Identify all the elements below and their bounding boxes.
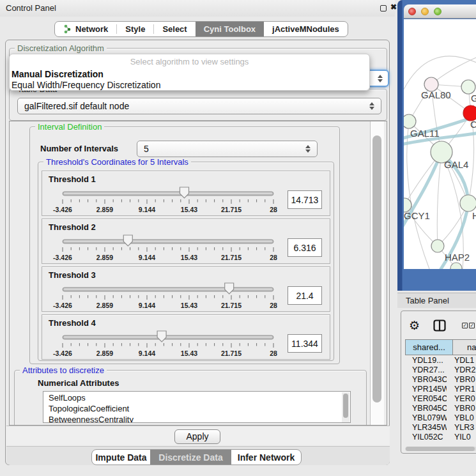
threshold-label: Threshold 3 bbox=[49, 270, 96, 280]
svg-text:21.715: 21.715 bbox=[221, 349, 242, 357]
thresholds-group-title: Threshold's Coordinates for 5 Intervals bbox=[43, 157, 191, 167]
split-column-icon[interactable] bbox=[433, 319, 446, 334]
close-icon[interactable]: ✖ bbox=[390, 3, 397, 12]
network-view-window: GAL80GCGAL11GAL4GCY1HHAP2 bbox=[397, 0, 476, 291]
network-node-label: HAP2 bbox=[445, 252, 470, 263]
tab-select[interactable]: Select bbox=[154, 22, 195, 36]
algorithm-dropdown-popup: Select algorithm to view settings Manual… bbox=[9, 54, 370, 91]
threshold-panel: Threshold 1-3.4262.8599.14415.4321.71528… bbox=[42, 171, 330, 216]
column-header-shared-name[interactable]: shared... bbox=[405, 339, 453, 355]
table-row[interactable]: YBL079WYBL0 bbox=[405, 413, 476, 422]
dropdown-placeholder: Select algorithm to view settings bbox=[10, 57, 369, 68]
svg-text:9.144: 9.144 bbox=[139, 349, 155, 357]
settings-vertical-scrollbar[interactable] bbox=[370, 121, 384, 426]
table-horizontal-scrollbar[interactable] bbox=[405, 447, 476, 451]
table-panel-titlebar: Table Panel bbox=[397, 293, 476, 308]
table-row[interactable]: YIL052CYIL0 bbox=[405, 432, 476, 441]
scrollbar-thumb[interactable] bbox=[372, 135, 381, 403]
table-data-combo-value: galFiltered.sif default node bbox=[24, 101, 369, 111]
select-columns-checkboxes-icon[interactable]: ✓ ✓ bbox=[462, 323, 475, 328]
table-row[interactable]: YLR345WYLR3 bbox=[405, 422, 476, 432]
float-window-icon[interactable] bbox=[380, 5, 387, 12]
dropdown-option-manual-discretization[interactable]: Manual Discretization bbox=[10, 68, 369, 79]
attribute-list-item[interactable]: BetweennessCentrality bbox=[43, 413, 350, 423]
network-node-label: GAL4 bbox=[444, 159, 468, 170]
network-node-label: G bbox=[471, 93, 476, 104]
svg-text:2.859: 2.859 bbox=[96, 302, 113, 309]
threshold-slider[interactable]: -3.4262.8599.14415.4321.71528 bbox=[50, 281, 288, 313]
network-canvas[interactable]: GAL80GCGAL11GAL4GCY1HHAP2 bbox=[404, 19, 476, 269]
tab-network-label: Network bbox=[75, 24, 108, 34]
scrollbar-thumb[interactable] bbox=[343, 394, 348, 418]
cell-name: YPR1 bbox=[447, 385, 476, 394]
table-header-row: shared... na bbox=[405, 339, 476, 355]
settings-gear-icon[interactable]: ⚙ bbox=[409, 318, 420, 333]
threshold-slider[interactable]: -3.4262.8599.14415.4321.71528 bbox=[50, 233, 288, 265]
number-of-intervals-combo[interactable]: 5 bbox=[137, 141, 318, 157]
scrollbar-thumb[interactable] bbox=[406, 447, 475, 451]
cell-shared-name: YDR27... bbox=[405, 365, 447, 374]
cell-name: YER0 bbox=[447, 394, 476, 403]
threshold-value-field[interactable]: 11.344 bbox=[288, 334, 322, 353]
threshold-panel: Threshold 4-3.4262.8599.14415.4321.71528… bbox=[42, 314, 330, 360]
attributes-group-title: Attributes to discretize bbox=[20, 365, 107, 375]
zoom-traffic-light-icon[interactable] bbox=[434, 8, 441, 15]
network-node-label: C bbox=[470, 119, 476, 130]
tab-network[interactable]: Network bbox=[55, 22, 116, 36]
attributes-list-scrollbar[interactable] bbox=[342, 392, 349, 423]
close-traffic-light-icon[interactable] bbox=[408, 8, 416, 15]
attribute-list-item[interactable]: TopologicalCoefficient bbox=[43, 403, 350, 413]
column-header-name[interactable]: na bbox=[453, 339, 476, 355]
threshold-value-field[interactable]: 14.713 bbox=[288, 190, 322, 209]
table-row[interactable]: YBR045CYBR0 bbox=[405, 403, 476, 413]
table-row[interactable]: YDL19...YDL1 bbox=[405, 355, 476, 365]
table-data-group: Table Data galFiltered.sif default node bbox=[9, 89, 387, 121]
table-panel-toolbar: ⚙ ✓ ✓ bbox=[401, 318, 476, 335]
svg-text:-3.426: -3.426 bbox=[53, 206, 72, 213]
control-panel-titlebar: Control Panel ✖ bbox=[0, 0, 395, 17]
network-node bbox=[431, 240, 444, 252]
svg-text:21.715: 21.715 bbox=[221, 254, 242, 261]
threshold-panel: Threshold 2-3.4262.8599.14415.4321.71528… bbox=[42, 219, 330, 264]
threshold-value-field[interactable]: 6.316 bbox=[288, 238, 322, 257]
tab-style[interactable]: Style bbox=[117, 22, 153, 36]
numerical-attributes-label: Numerical Attributes bbox=[38, 378, 119, 388]
svg-text:2.859: 2.859 bbox=[96, 206, 113, 213]
svg-text:2.859: 2.859 bbox=[96, 254, 113, 261]
table-data-combo[interactable]: galFiltered.sif default node bbox=[17, 98, 381, 114]
cell-name: YLR3 bbox=[447, 423, 476, 432]
tab-jactivemnodules[interactable]: jActiveMNodules bbox=[264, 22, 348, 36]
network-node bbox=[404, 114, 416, 128]
network-node bbox=[460, 195, 476, 211]
svg-text:-3.426: -3.426 bbox=[53, 254, 72, 261]
table-row[interactable]: YBR043CYBR0 bbox=[405, 374, 476, 384]
table-row[interactable]: YER054CYER0 bbox=[405, 394, 476, 403]
tab-discretize-data[interactable]: Discretize Data bbox=[150, 450, 231, 464]
cell-name: YDR2 bbox=[447, 365, 476, 374]
attribute-list-item[interactable]: SelfLoops bbox=[43, 392, 350, 403]
table-row[interactable]: YDR27...YDR2 bbox=[405, 365, 476, 374]
network-node-label: GAL11 bbox=[410, 128, 440, 139]
minimize-traffic-light-icon[interactable] bbox=[421, 8, 429, 15]
network-graph-svg: GAL80GCGAL11GAL4GCY1HHAP2 bbox=[404, 19, 476, 269]
thresholds-group: Threshold's Coordinates for 5 Intervals … bbox=[38, 162, 334, 361]
threshold-slider[interactable]: -3.4262.8599.14415.4321.71528 bbox=[50, 329, 288, 361]
numerical-attributes-list[interactable]: SelfLoopsTopologicalCoefficientBetweenne… bbox=[43, 391, 351, 423]
threshold-slider[interactable]: -3.4262.8599.14415.4321.71528 bbox=[50, 185, 288, 217]
apply-button[interactable]: Apply bbox=[174, 429, 220, 444]
threshold-value-field[interactable]: 21.4 bbox=[288, 286, 322, 305]
tab-select-label: Select bbox=[162, 24, 187, 34]
tab-impute-data[interactable]: Impute Data bbox=[92, 450, 150, 464]
svg-text:15.43: 15.43 bbox=[181, 302, 197, 309]
cell-shared-name: YIL052C bbox=[405, 433, 447, 441]
tab-cyni-toolbox[interactable]: Cyni Toolbox bbox=[196, 22, 264, 36]
network-node-label: GAL80 bbox=[421, 89, 451, 100]
screenshot-root: Control Panel ✖ Network Style Select Cyn… bbox=[0, 0, 476, 476]
dropdown-option-equal-width-frequency[interactable]: Equal Width/Frequency Discretization bbox=[10, 79, 369, 90]
tab-cyni-toolbox-label: Cyni Toolbox bbox=[204, 24, 256, 34]
table-row[interactable]: YPR145WYPR1 bbox=[405, 384, 476, 394]
interval-definition-group: Interval Definition Number of Intervals … bbox=[29, 127, 340, 364]
control-panel-title: Control Panel bbox=[6, 3, 56, 13]
svg-text:21.715: 21.715 bbox=[221, 302, 242, 309]
tab-infer-network[interactable]: Infer Network bbox=[231, 450, 301, 464]
